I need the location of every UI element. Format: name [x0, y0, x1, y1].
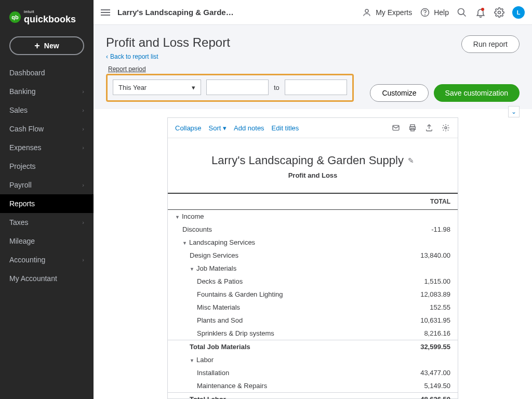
- period-preset-value: This Year: [118, 84, 147, 91]
- report-subtitle: Profit and Loss: [168, 171, 458, 193]
- qb-logo-icon: qb: [9, 11, 21, 23]
- collapse-triangle-icon[interactable]: ▼: [190, 358, 194, 363]
- row-value[interactable]: 43,477.00: [380, 366, 458, 379]
- back-to-list-link[interactable]: ‹ Back to report list: [106, 53, 230, 60]
- table-row: Discounts-11.98: [168, 223, 458, 236]
- company-name: Larry's Landscaping & Garde…: [117, 8, 234, 17]
- row-value[interactable]: 12,083.89: [380, 288, 458, 301]
- row-label: ▼Labor: [168, 353, 380, 366]
- brand-name: quickbooks: [24, 14, 76, 24]
- row-value[interactable]: 13,840.00: [380, 249, 458, 262]
- person-icon: [361, 7, 373, 18]
- row-value[interactable]: 152.55: [380, 301, 458, 314]
- sidebar-item-payroll[interactable]: Payroll›: [0, 176, 94, 194]
- sidebar-item-mileage[interactable]: Mileage: [0, 232, 94, 250]
- sort-link[interactable]: Sort ▾: [209, 124, 227, 132]
- email-icon[interactable]: [391, 123, 401, 132]
- sidebar-item-projects[interactable]: Projects: [0, 157, 94, 176]
- sidebar-item-my-accountant[interactable]: My Accountant: [0, 269, 94, 288]
- collapse-triangle-icon[interactable]: ▼: [175, 215, 180, 220]
- row-label[interactable]: Discounts: [168, 223, 380, 236]
- table-row: Total Job Materials32,599.55: [168, 340, 458, 354]
- svg-line-4: [463, 14, 466, 16]
- my-experts-label: My Experts: [376, 8, 412, 17]
- period-to-input[interactable]: [285, 79, 347, 95]
- customize-button[interactable]: Customize: [370, 84, 428, 102]
- help-label: Help: [434, 8, 449, 17]
- row-value[interactable]: 8,216.16: [380, 327, 458, 340]
- svg-point-0: [365, 9, 368, 12]
- row-label[interactable]: Fountains & Garden Lighting: [168, 288, 380, 301]
- notifications-icon[interactable]: [475, 7, 486, 18]
- period-from-input[interactable]: [206, 79, 269, 95]
- table-row: Sprinklers & Drip systems8,216.16: [168, 327, 458, 340]
- row-label[interactable]: Misc Materials: [168, 301, 380, 314]
- chevron-down-icon: ▾: [192, 84, 195, 91]
- row-label[interactable]: Sprinklers & Drip systems: [168, 327, 380, 340]
- report-company-title: Larry's Landscaping & Garden Supply ✎: [168, 138, 458, 171]
- my-experts-link[interactable]: My Experts: [361, 7, 412, 18]
- svg-point-2: [425, 15, 425, 15]
- row-label[interactable]: Installation: [168, 366, 380, 379]
- table-row: Decks & Patios1,515.00: [168, 275, 458, 288]
- row-label: ▼Landscaping Services: [168, 236, 380, 249]
- brand-logo: qb intuit quickbooks: [0, 5, 94, 33]
- user-avatar[interactable]: L: [512, 6, 525, 19]
- sidebar-item-label: Projects: [9, 162, 36, 170]
- report-period-label: Report period: [108, 65, 354, 73]
- hamburger-icon[interactable]: [101, 9, 110, 16]
- table-header-blank: [168, 193, 380, 210]
- sidebar-item-sales[interactable]: Sales›: [0, 101, 94, 119]
- row-label[interactable]: Design Services: [168, 249, 380, 262]
- table-header-total: TOTAL: [380, 193, 458, 210]
- topbar: Larry's Landscaping & Garde… My Experts …: [94, 0, 532, 25]
- main-area: Larry's Landscaping & Garde… My Experts …: [94, 0, 532, 399]
- row-label[interactable]: Total Labor: [168, 393, 380, 400]
- help-icon: [419, 7, 431, 18]
- search-icon[interactable]: [456, 7, 468, 18]
- row-label[interactable]: Maintenance & Repairs: [168, 379, 380, 393]
- edit-titles-link[interactable]: Edit titles: [272, 124, 299, 132]
- sidebar-item-accounting[interactable]: Accounting›: [0, 250, 94, 269]
- row-label[interactable]: Plants and Sod: [168, 314, 380, 327]
- help-link[interactable]: Help: [419, 7, 449, 18]
- row-value[interactable]: 5,149.50: [380, 379, 458, 393]
- row-label[interactable]: Decks & Patios: [168, 275, 380, 288]
- row-value[interactable]: -11.98: [380, 223, 458, 236]
- settings-gear-icon[interactable]: [494, 7, 505, 18]
- new-button[interactable]: + New: [9, 36, 84, 55]
- row-label: ▼Job Materials: [168, 262, 380, 275]
- sidebar-item-cash-flow[interactable]: Cash Flow›: [0, 119, 94, 138]
- expand-options-chevron[interactable]: ⌄: [508, 106, 520, 117]
- sidebar: qb intuit quickbooks + New DashboardBank…: [0, 0, 94, 399]
- row-value[interactable]: 48,626.50: [380, 393, 458, 400]
- report-settings-gear-icon[interactable]: [441, 123, 450, 132]
- chevron-right-icon: ›: [82, 257, 84, 263]
- save-customization-button[interactable]: Save customization: [434, 84, 520, 102]
- collapse-triangle-icon[interactable]: ▼: [190, 267, 194, 272]
- period-preset-select[interactable]: This Year ▾: [113, 79, 201, 95]
- print-icon[interactable]: [408, 123, 417, 132]
- sidebar-item-taxes[interactable]: Taxes›: [0, 213, 94, 232]
- row-value[interactable]: 1,515.00: [380, 275, 458, 288]
- row-value[interactable]: 32,599.55: [380, 340, 458, 354]
- row-value: [380, 353, 458, 366]
- sidebar-item-dashboard[interactable]: Dashboard: [0, 63, 94, 82]
- row-value[interactable]: 10,631.95: [380, 314, 458, 327]
- row-value: [380, 262, 458, 275]
- row-label: ▼Income: [168, 210, 380, 223]
- sidebar-item-label: Reports: [9, 200, 35, 208]
- edit-title-pencil-icon[interactable]: ✎: [408, 156, 414, 165]
- row-label[interactable]: Total Job Materials: [168, 340, 380, 354]
- run-report-button[interactable]: Run report: [461, 35, 520, 53]
- collapse-triangle-icon[interactable]: ▼: [182, 241, 187, 246]
- sidebar-item-banking[interactable]: Banking›: [0, 82, 94, 101]
- export-icon[interactable]: [424, 123, 434, 132]
- table-row: Misc Materials152.55: [168, 301, 458, 314]
- table-row: Installation43,477.00: [168, 366, 458, 379]
- sidebar-item-expenses[interactable]: Expenses›: [0, 138, 94, 157]
- report-table: TOTAL ▼IncomeDiscounts-11.98▼Landscaping…: [168, 193, 458, 399]
- add-notes-link[interactable]: Add notes: [234, 124, 264, 132]
- collapse-link[interactable]: Collapse: [175, 124, 202, 132]
- sidebar-item-reports[interactable]: Reports: [0, 194, 94, 213]
